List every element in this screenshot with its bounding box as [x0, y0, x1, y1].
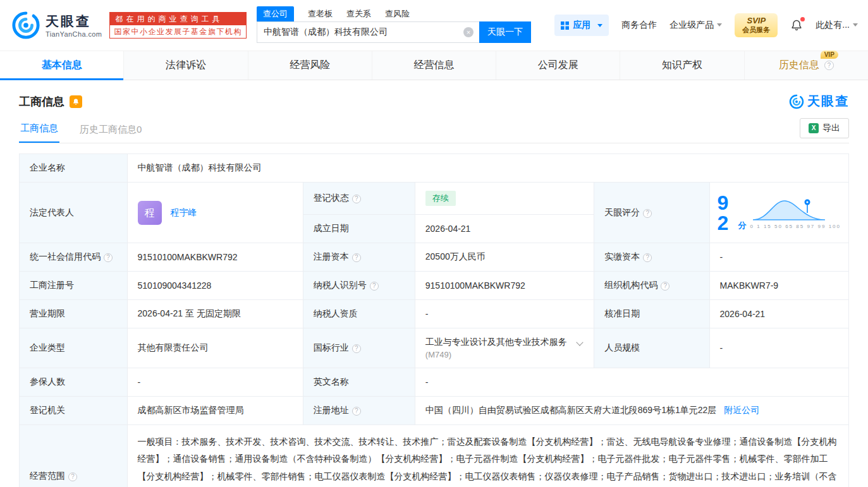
field-value-reg-number: 510109004341228: [127, 272, 303, 300]
tab-history-info-label: 历史信息: [779, 59, 819, 70]
tab-company-development-label: 公司发展: [538, 59, 578, 72]
logo-en: TianYanCha.com: [46, 30, 102, 38]
svip-member-badge[interactable]: SVIP 会员服务: [735, 13, 778, 37]
field-value-taxpayer-id: 91510100MAKBKWR792: [415, 272, 594, 300]
field-label-business-scope: 经营范围?: [20, 425, 128, 487]
field-value-establish-date: 2026-04-21: [415, 215, 594, 243]
notification-bell[interactable]: [790, 19, 803, 32]
info-icon[interactable]: ?: [352, 407, 361, 416]
search-tabs: 查公司 查老板 查关系 查风险: [257, 8, 531, 21]
tab-operating-info-label: 经营信息: [413, 59, 454, 72]
info-icon[interactable]: ?: [104, 253, 113, 262]
grid-icon: [561, 21, 569, 30]
search-tab-company[interactable]: 查公司: [257, 6, 294, 21]
tab-company-development[interactable]: 公司发展: [496, 51, 620, 80]
field-label-legal-rep: 法定代表人: [20, 183, 128, 243]
info-icon[interactable]: ?: [68, 472, 77, 481]
nav-enterprise-products[interactable]: 企业级产品: [669, 20, 722, 31]
subtab-business-info[interactable]: 工商信息: [19, 117, 59, 143]
tianyancha-logo[interactable]: 天眼查 TianYanCha.com: [11, 11, 102, 40]
search-tab-relation[interactable]: 查关系: [346, 6, 371, 21]
field-value-legal-rep: 程 程宇峰: [127, 183, 303, 243]
help-icon[interactable]: ?: [824, 61, 834, 70]
label-text: 组织机构代码: [604, 280, 657, 290]
field-label-reg-address: 注册地址?: [303, 397, 415, 425]
top-header: 天眼查 TianYanCha.com 都在用的商业查询工具 国家中小企业发展子基…: [0, 0, 868, 51]
score-distribution-chart: 0 1 15 50 65 85 97 99 100: [750, 196, 841, 229]
label-text: 实缴资本: [604, 251, 640, 262]
bell-curve-chart: [750, 196, 828, 223]
table-row: 经营范围? 一般项目：技术服务、技术开发、技术咨询、技术交流、技术转让、技术推广…: [20, 425, 849, 487]
table-row: 营业期限 2026-04-21 至 无固定期限 纳税人资质 - 核准日期 202…: [20, 300, 849, 328]
label-text: 登记状态: [314, 193, 349, 203]
chevron-down-icon: [717, 23, 722, 27]
chevron-down-icon: [853, 23, 858, 27]
export-button[interactable]: X 导出: [800, 118, 849, 138]
label-text: 企业名称: [30, 162, 65, 172]
tab-basic-info-label: 基本信息: [42, 59, 82, 72]
label-text: 国标行业: [314, 342, 349, 352]
field-value-english-name: -: [415, 368, 848, 397]
field-label-reg-capital: 注册资本?: [303, 243, 415, 272]
table-row: 企业类型 其他有限责任公司 国标行业? 工业与专业设计及其他专业技术服务 (M7…: [20, 328, 849, 368]
status-badge: 存续: [425, 191, 456, 206]
apps-label: 应用: [573, 20, 590, 31]
search-box: ×: [257, 21, 479, 43]
info-icon[interactable]: ?: [352, 344, 361, 353]
info-icon[interactable]: ?: [643, 209, 652, 218]
table-row: 法定代表人 程 程宇峰 登记状态? 存续 天眼评分? 92 分: [20, 183, 849, 215]
field-label-company-type: 企业类型: [20, 328, 128, 368]
score-unit: 分: [738, 220, 747, 231]
enterprise-products-label: 企业级产品: [669, 20, 714, 30]
subtab-history-business-info[interactable]: 历史工商信息0: [78, 119, 143, 143]
tab-operating-info[interactable]: 经营信息: [372, 51, 496, 80]
logo-text: 天眼查 TianYanCha.com: [46, 13, 102, 38]
search-input[interactable]: [257, 27, 479, 37]
tab-intellectual-property-label: 知识产权: [662, 59, 702, 72]
tab-history-info[interactable]: VIP 历史信息 ?: [744, 51, 868, 80]
tab-operating-risk[interactable]: 经营风险: [248, 51, 372, 80]
tianyancha-watermark: 天眼查: [789, 93, 849, 110]
field-value-business-term: 2026-04-21 至 无固定期限: [127, 300, 303, 328]
field-label-establish-date: 成立日期: [303, 215, 415, 243]
field-label-reg-status: 登记状态?: [303, 183, 415, 215]
notification-dot: [800, 17, 805, 21]
subtab-row: 工商信息 历史工商信息0 X 导出: [19, 117, 849, 143]
nav-business-cooperation[interactable]: 商务合作: [621, 20, 657, 31]
legal-rep-name-link[interactable]: 程宇峰: [170, 207, 197, 217]
info-icon[interactable]: ?: [661, 282, 669, 291]
tab-basic-info[interactable]: 基本信息: [0, 51, 123, 80]
apps-button[interactable]: 应用: [554, 15, 609, 36]
info-icon[interactable]: ?: [352, 253, 361, 262]
svip-label: SVIP: [742, 16, 770, 26]
search-tab-risk[interactable]: 查风险: [385, 6, 410, 21]
tab-intellectual-property[interactable]: 知识产权: [620, 51, 743, 80]
nearby-companies-link[interactable]: 附近公司: [724, 405, 759, 415]
field-value-reg-capital: 20500万人民币: [415, 243, 594, 272]
export-label: 导出: [822, 123, 840, 134]
label-text: 统一社会信用代码: [30, 251, 101, 262]
table-row: 工商注册号 510109004341228 纳税人识别号? 91510100MA…: [20, 272, 849, 300]
field-label-paid-capital: 实缴资本?: [594, 243, 709, 272]
info-icon[interactable]: ?: [643, 253, 652, 262]
search-tab-boss[interactable]: 查老板: [308, 6, 333, 21]
user-menu[interactable]: 此处有...: [816, 20, 858, 31]
field-value-reg-status: 存续: [415, 183, 594, 215]
field-label-business-term: 营业期限: [20, 300, 128, 328]
legal-rep-avatar[interactable]: 程: [138, 201, 162, 225]
label-text: 工商注册号: [30, 280, 74, 290]
tab-legal-proceedings[interactable]: 法律诉讼: [123, 51, 247, 80]
table-row: 参保人数 - 英文名称 -: [20, 368, 849, 397]
field-value-reg-address: 中国（四川）自由贸易试验区成都高新区天府大道北段869号1栋1单元22层 附近公…: [415, 397, 848, 425]
info-icon[interactable]: ?: [370, 282, 379, 291]
table-row: 统一社会信用代码? 91510100MAKBKWR792 注册资本? 20500…: [20, 243, 849, 272]
field-value-credit-code: 91510100MAKBKWR792: [127, 243, 303, 272]
subscribe-bell-icon[interactable]: [70, 95, 82, 108]
expand-chevron-icon[interactable]: [577, 339, 584, 346]
label-text: 注册资本: [314, 251, 349, 262]
watermark-text: 天眼查: [807, 93, 849, 110]
info-icon[interactable]: ?: [352, 195, 361, 203]
clear-search-icon[interactable]: ×: [463, 27, 474, 37]
search-button[interactable]: 天眼一下: [479, 21, 531, 43]
top-nav: 应用 商务合作 企业级产品 SVIP 会员服务 此处有...: [554, 13, 858, 37]
